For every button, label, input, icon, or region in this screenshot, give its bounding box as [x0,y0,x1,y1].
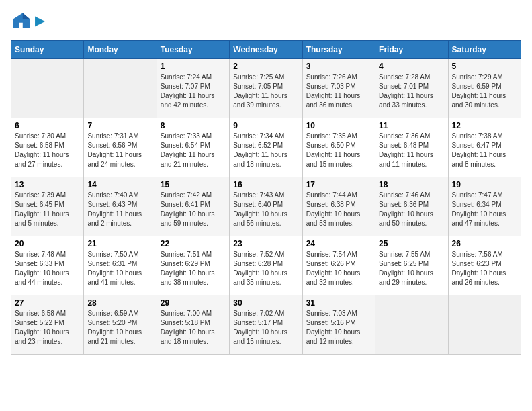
calendar-cell: 18Sunrise: 7:46 AM Sunset: 6:36 PM Dayli… [375,177,448,236]
week-row-5: 27Sunrise: 6:58 AM Sunset: 5:22 PM Dayli… [11,295,521,355]
weekday-header-monday: Monday [84,41,157,59]
calendar-cell: 25Sunrise: 7:55 AM Sunset: 6:25 PM Dayli… [375,236,448,295]
page-header: ▶ [11,11,521,32]
day-info: Sunrise: 7:39 AM Sunset: 6:45 PM Dayligh… [15,191,80,228]
weekday-header-saturday: Saturday [448,41,521,59]
day-number: 29 [161,298,226,308]
day-number: 18 [379,180,444,189]
day-info: Sunrise: 7:48 AM Sunset: 6:33 PM Dayligh… [15,250,80,287]
day-number: 6 [15,121,80,130]
day-number: 13 [15,180,80,189]
calendar-cell: 7Sunrise: 7:31 AM Sunset: 6:56 PM Daylig… [84,118,157,177]
calendar-cell: 11Sunrise: 7:36 AM Sunset: 6:48 PM Dayli… [375,118,448,177]
day-number: 15 [161,180,226,189]
day-info: Sunrise: 7:46 AM Sunset: 6:36 PM Dayligh… [379,191,444,228]
calendar-cell: 30Sunrise: 7:02 AM Sunset: 5:17 PM Dayli… [230,295,302,355]
calendar-cell: 22Sunrise: 7:51 AM Sunset: 6:29 PM Dayli… [157,236,229,295]
calendar-cell: 17Sunrise: 7:44 AM Sunset: 6:38 PM Dayli… [302,177,375,236]
weekday-header-tuesday: Tuesday [157,41,229,59]
day-info: Sunrise: 6:59 AM Sunset: 5:20 PM Dayligh… [87,309,152,347]
day-number: 5 [452,62,517,71]
day-info: Sunrise: 7:26 AM Sunset: 7:03 PM Dayligh… [306,73,371,110]
calendar-cell: 21Sunrise: 7:50 AM Sunset: 6:31 PM Dayli… [84,236,157,295]
day-number: 22 [161,239,226,248]
day-number: 17 [306,180,371,189]
calendar-cell: 20Sunrise: 7:48 AM Sunset: 6:33 PM Dayli… [11,236,84,295]
calendar-cell: 23Sunrise: 7:52 AM Sunset: 6:28 PM Dayli… [230,236,302,295]
calendar-cell [84,59,157,118]
calendar-cell [375,295,448,355]
weekday-header-row: SundayMondayTuesdayWednesdayThursdayFrid… [11,41,521,59]
calendar-cell: 6Sunrise: 7:30 AM Sunset: 6:58 PM Daylig… [11,118,84,177]
day-number: 9 [233,121,298,130]
week-row-4: 20Sunrise: 7:48 AM Sunset: 6:33 PM Dayli… [11,236,521,295]
day-number: 23 [233,239,298,248]
week-row-1: 1Sunrise: 7:24 AM Sunset: 7:07 PM Daylig… [11,59,521,118]
calendar-cell: 9Sunrise: 7:34 AM Sunset: 6:52 PM Daylig… [230,118,302,177]
day-info: Sunrise: 7:02 AM Sunset: 5:17 PM Dayligh… [233,309,298,347]
day-info: Sunrise: 7:33 AM Sunset: 6:54 PM Dayligh… [161,132,226,169]
day-info: Sunrise: 6:58 AM Sunset: 5:22 PM Dayligh… [15,309,80,347]
day-info: Sunrise: 7:29 AM Sunset: 6:59 PM Dayligh… [452,73,517,110]
calendar-cell: 3Sunrise: 7:26 AM Sunset: 7:03 PM Daylig… [302,59,375,118]
week-row-2: 6Sunrise: 7:30 AM Sunset: 6:58 PM Daylig… [11,118,521,177]
day-number: 2 [233,62,298,71]
day-number: 3 [306,62,371,71]
logo-icon [11,11,32,32]
day-info: Sunrise: 7:56 AM Sunset: 6:23 PM Dayligh… [452,250,517,287]
day-number: 12 [452,121,517,130]
day-number: 31 [306,298,371,308]
day-info: Sunrise: 7:38 AM Sunset: 6:47 PM Dayligh… [452,132,517,169]
day-info: Sunrise: 7:43 AM Sunset: 6:40 PM Dayligh… [233,191,298,228]
weekday-header-sunday: Sunday [11,41,84,59]
calendar-cell: 19Sunrise: 7:47 AM Sunset: 6:34 PM Dayli… [448,177,521,236]
calendar-table: SundayMondayTuesdayWednesdayThursdayFrid… [11,40,521,355]
day-info: Sunrise: 7:00 AM Sunset: 5:18 PM Dayligh… [161,309,226,347]
calendar-cell: 27Sunrise: 6:58 AM Sunset: 5:22 PM Dayli… [11,295,84,355]
calendar-cell: 8Sunrise: 7:33 AM Sunset: 6:54 PM Daylig… [157,118,229,177]
calendar-cell: 14Sunrise: 7:40 AM Sunset: 6:43 PM Dayli… [84,177,157,236]
day-number: 1 [161,62,226,71]
day-info: Sunrise: 7:40 AM Sunset: 6:43 PM Dayligh… [87,191,152,228]
day-info: Sunrise: 7:34 AM Sunset: 6:52 PM Dayligh… [233,132,298,169]
day-info: Sunrise: 7:30 AM Sunset: 6:58 PM Dayligh… [15,132,80,169]
day-number: 27 [15,298,80,308]
day-number: 19 [452,180,517,189]
day-number: 24 [306,239,371,248]
logo-text: ▶ [35,15,44,28]
day-number: 10 [306,121,371,130]
calendar-cell: 28Sunrise: 6:59 AM Sunset: 5:20 PM Dayli… [84,295,157,355]
calendar-cell: 5Sunrise: 7:29 AM Sunset: 6:59 PM Daylig… [448,59,521,118]
calendar-cell: 12Sunrise: 7:38 AM Sunset: 6:47 PM Dayli… [448,118,521,177]
day-info: Sunrise: 7:28 AM Sunset: 7:01 PM Dayligh… [379,73,444,110]
day-info: Sunrise: 7:50 AM Sunset: 6:31 PM Dayligh… [87,250,152,287]
day-number: 20 [15,239,80,248]
calendar-cell [448,295,521,355]
day-number: 26 [452,239,517,248]
day-info: Sunrise: 7:52 AM Sunset: 6:28 PM Dayligh… [233,250,298,287]
day-info: Sunrise: 7:54 AM Sunset: 6:26 PM Dayligh… [306,250,371,287]
day-number: 11 [379,121,444,130]
day-number: 25 [379,239,444,248]
calendar-cell: 13Sunrise: 7:39 AM Sunset: 6:45 PM Dayli… [11,177,84,236]
week-row-3: 13Sunrise: 7:39 AM Sunset: 6:45 PM Dayli… [11,177,521,236]
weekday-header-wednesday: Wednesday [230,41,302,59]
day-info: Sunrise: 7:51 AM Sunset: 6:29 PM Dayligh… [161,250,226,287]
day-number: 14 [87,180,152,189]
day-number: 30 [233,298,298,308]
calendar-cell: 26Sunrise: 7:56 AM Sunset: 6:23 PM Dayli… [448,236,521,295]
calendar-cell: 15Sunrise: 7:42 AM Sunset: 6:41 PM Dayli… [157,177,229,236]
calendar-cell: 4Sunrise: 7:28 AM Sunset: 7:01 PM Daylig… [375,59,448,118]
calendar-cell: 10Sunrise: 7:35 AM Sunset: 6:50 PM Dayli… [302,118,375,177]
weekday-header-friday: Friday [375,41,448,59]
weekday-header-thursday: Thursday [302,41,375,59]
calendar-cell: 16Sunrise: 7:43 AM Sunset: 6:40 PM Dayli… [230,177,302,236]
day-number: 28 [87,298,152,308]
calendar-cell: 29Sunrise: 7:00 AM Sunset: 5:18 PM Dayli… [157,295,229,355]
logo: ▶ [11,11,44,32]
calendar-cell [11,59,84,118]
day-info: Sunrise: 7:25 AM Sunset: 7:05 PM Dayligh… [233,73,298,110]
day-number: 16 [233,180,298,189]
day-info: Sunrise: 7:31 AM Sunset: 6:56 PM Dayligh… [87,132,152,169]
day-info: Sunrise: 7:47 AM Sunset: 6:34 PM Dayligh… [452,191,517,228]
